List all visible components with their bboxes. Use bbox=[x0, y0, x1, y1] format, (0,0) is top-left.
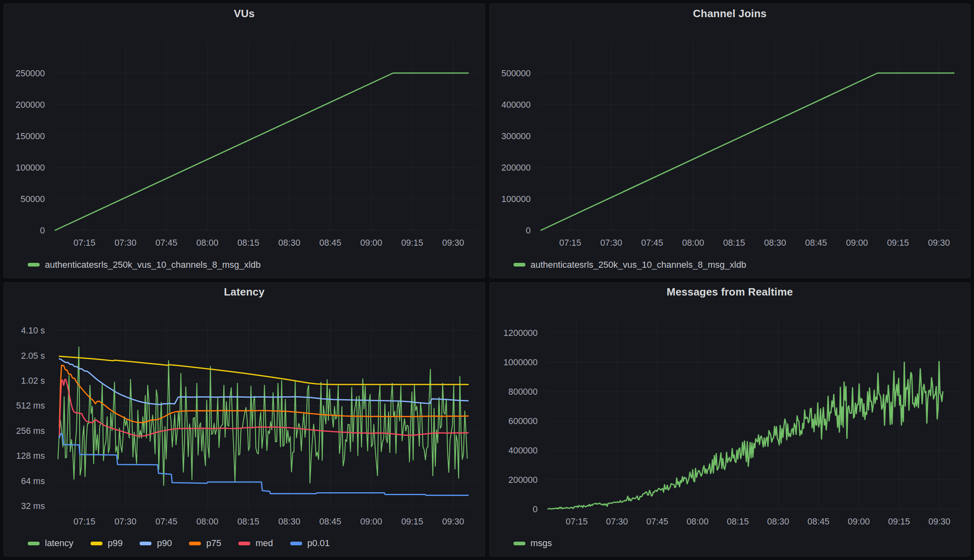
legend-swatch-authenticatesrls_250k_vus_10_channels_8_msg_xldb bbox=[514, 263, 525, 267]
series-line-authenticatesrls_250k_vus_10_channels_8_msg_xldb bbox=[55, 73, 468, 230]
x-tick-label: 07:30 bbox=[600, 238, 622, 248]
y-tick-label: 500000 bbox=[501, 69, 531, 78]
x-tick-label: 09:00 bbox=[847, 517, 869, 527]
chart-canvas[interactable]: 07:1507:3007:4508:0008:1508:3008:4509:00… bbox=[490, 302, 970, 535]
x-tick-label: 09:30 bbox=[928, 238, 950, 248]
x-tick-label: 07:15 bbox=[73, 238, 96, 248]
dashboard-grid: VUs 07:1507:3007:4508:0008:1508:3008:450… bbox=[0, 0, 974, 560]
panel-channel-joins: Channel Joins 07:1507:3007:4508:0008:150… bbox=[489, 4, 971, 278]
x-tick-label: 08:30 bbox=[767, 517, 789, 527]
legend-swatch-msgs bbox=[514, 542, 525, 545]
latency-legend: latencyp99p90p75medp0.01 bbox=[4, 535, 485, 556]
y-tick-label: 0 bbox=[533, 504, 538, 514]
series-line-msgs bbox=[548, 361, 943, 509]
x-tick-label: 08:30 bbox=[278, 238, 300, 248]
legend-item-msgs[interactable]: msgs bbox=[514, 538, 552, 549]
x-tick-label: 08:15 bbox=[237, 517, 259, 527]
x-tick-label: 07:15 bbox=[559, 238, 581, 248]
panel-title-vus[interactable]: VUs bbox=[4, 4, 485, 23]
panel-vus: VUs 07:1507:3007:4508:0008:1508:3008:450… bbox=[4, 4, 485, 278]
series-line-authenticatesrls_250k_vus_10_channels_8_msg_xldb bbox=[541, 73, 954, 230]
messages-chart[interactable]: 07:1507:3007:4508:0008:1508:3008:4509:00… bbox=[490, 302, 970, 535]
legend-item-p99[interactable]: p99 bbox=[91, 538, 123, 549]
legend-item-p75[interactable]: p75 bbox=[189, 538, 221, 549]
x-tick-label: 09:30 bbox=[442, 517, 464, 527]
legend-item-latency[interactable]: latency bbox=[28, 538, 73, 549]
x-tick-label: 07:15 bbox=[565, 517, 587, 527]
panel-title-messages[interactable]: Messages from Realtime bbox=[490, 283, 970, 302]
x-tick-label: 07:45 bbox=[646, 517, 668, 527]
x-tick-label: 08:15 bbox=[723, 238, 745, 248]
y-tick-label: 32 ms bbox=[21, 501, 45, 511]
panel-title-latency[interactable]: Latency bbox=[4, 283, 485, 302]
y-tick-label: 300000 bbox=[501, 131, 531, 141]
messages-legend: msgs bbox=[490, 535, 970, 556]
x-tick-label: 07:15 bbox=[73, 517, 96, 527]
y-tick-label: 4.10 s bbox=[21, 326, 45, 336]
chart-canvas[interactable]: 07:1507:3007:4508:0008:1508:3008:4509:00… bbox=[4, 23, 485, 256]
panel-title-channel-joins[interactable]: Channel Joins bbox=[490, 4, 970, 23]
y-tick-label: 200000 bbox=[501, 163, 531, 173]
legend-label-msgs: msgs bbox=[531, 538, 552, 549]
channel-joins-chart[interactable]: 07:1507:3007:4508:0008:1508:3008:4509:00… bbox=[490, 23, 970, 256]
y-tick-label: 200000 bbox=[16, 100, 45, 110]
legend-swatch-p99 bbox=[91, 542, 102, 545]
x-tick-label: 07:45 bbox=[156, 517, 178, 527]
y-tick-label: 800000 bbox=[508, 387, 538, 396]
panel-latency: Latency 07:1507:3007:4508:0008:1508:3008… bbox=[4, 282, 485, 557]
vus-chart[interactable]: 07:1507:3007:4508:0008:1508:3008:4509:00… bbox=[4, 23, 485, 256]
legend-swatch-med bbox=[238, 542, 250, 545]
y-tick-label: 0 bbox=[526, 226, 531, 236]
x-tick-label: 07:45 bbox=[641, 238, 663, 248]
y-tick-label: 600000 bbox=[508, 416, 538, 426]
x-tick-label: 08:15 bbox=[237, 238, 259, 248]
panel-messages: Messages from Realtime 07:1507:3007:4508… bbox=[489, 282, 971, 557]
y-tick-label: 100000 bbox=[16, 163, 45, 173]
x-tick-label: 09:15 bbox=[888, 517, 910, 527]
y-tick-label: 400000 bbox=[501, 100, 531, 110]
x-tick-label: 07:30 bbox=[606, 517, 628, 527]
legend-label-authenticatesrls_250k_vus_10_channels_8_msg_xldb: authenticatesrls_250k_vus_10_channels_8_… bbox=[45, 260, 260, 270]
y-tick-label: 1000000 bbox=[503, 358, 538, 367]
x-tick-label: 09:00 bbox=[360, 238, 382, 248]
y-tick-label: 2.05 s bbox=[21, 351, 45, 360]
y-tick-label: 250000 bbox=[16, 69, 45, 78]
legend-label-p0.01: p0.01 bbox=[307, 538, 330, 549]
y-tick-label: 0 bbox=[40, 226, 45, 236]
x-tick-label: 08:45 bbox=[319, 517, 341, 527]
x-tick-label: 08:45 bbox=[807, 517, 829, 527]
legend-swatch-latency bbox=[28, 542, 40, 545]
legend-item-authenticatesrls_250k_vus_10_channels_8_msg_xldb[interactable]: authenticatesrls_250k_vus_10_channels_8_… bbox=[514, 260, 746, 270]
x-tick-label: 08:15 bbox=[727, 517, 749, 527]
x-tick-label: 08:00 bbox=[196, 517, 218, 527]
x-tick-label: 09:00 bbox=[360, 517, 382, 527]
x-tick-label: 09:15 bbox=[401, 517, 423, 527]
y-tick-label: 100000 bbox=[501, 194, 531, 204]
latency-chart[interactable]: 07:1507:3007:4508:0008:1508:3008:4509:00… bbox=[4, 302, 485, 535]
chart-canvas[interactable]: 07:1507:3007:4508:0008:1508:3008:4509:00… bbox=[490, 23, 970, 256]
legend-item-p0.01[interactable]: p0.01 bbox=[290, 538, 330, 549]
y-tick-label: 256 ms bbox=[16, 426, 45, 436]
y-tick-label: 1.02 s bbox=[21, 376, 45, 385]
y-tick-label: 128 ms bbox=[16, 451, 45, 461]
x-tick-label: 08:00 bbox=[196, 238, 218, 248]
chart-canvas[interactable]: 07:1507:3007:4508:0008:1508:3008:4509:00… bbox=[4, 302, 485, 535]
x-tick-label: 08:30 bbox=[278, 517, 300, 527]
x-tick-label: 08:45 bbox=[319, 238, 341, 248]
legend-swatch-p75 bbox=[189, 542, 201, 545]
x-tick-label: 09:15 bbox=[887, 238, 909, 248]
y-tick-label: 400000 bbox=[508, 445, 538, 455]
legend-swatch-p90 bbox=[140, 542, 151, 545]
y-tick-label: 200000 bbox=[508, 475, 538, 484]
legend-label-latency: latency bbox=[45, 538, 73, 549]
legend-item-p90[interactable]: p90 bbox=[140, 538, 172, 549]
legend-swatch-authenticatesrls_250k_vus_10_channels_8_msg_xldb bbox=[28, 263, 40, 267]
legend-label-med: med bbox=[256, 538, 273, 549]
x-tick-label: 09:30 bbox=[928, 517, 950, 527]
legend-item-med[interactable]: med bbox=[238, 538, 273, 549]
x-tick-label: 09:00 bbox=[846, 238, 868, 248]
legend-item-authenticatesrls_250k_vus_10_channels_8_msg_xldb[interactable]: authenticatesrls_250k_vus_10_channels_8_… bbox=[28, 260, 260, 270]
x-tick-label: 08:00 bbox=[682, 238, 704, 248]
series-line-p99 bbox=[59, 356, 468, 384]
x-tick-label: 07:30 bbox=[114, 238, 136, 248]
